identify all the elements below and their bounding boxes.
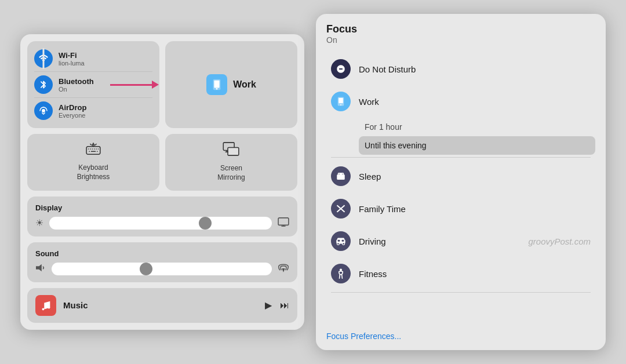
sound-slider-track[interactable]: [52, 263, 272, 275]
focus-work-icon: [331, 92, 351, 111]
music-controls: ▶ ⏭: [265, 300, 289, 311]
focus-until-evening[interactable]: Until this evening: [359, 136, 595, 155]
display-slider-track[interactable]: [49, 217, 272, 230]
sound-section: Sound: [27, 242, 297, 282]
work-tile[interactable]: Work: [165, 41, 297, 128]
dnd-icon: [331, 59, 351, 79]
airdrop-sub: Everyone: [59, 112, 86, 119]
wifi-sub: lion-luma: [59, 60, 85, 67]
bluetooth-sub: On: [59, 86, 94, 93]
keyboard-brightness-tile[interactable]: KeyboardBrightness: [27, 134, 159, 190]
screen-mirroring-tile[interactable]: ScreenMirroring: [165, 134, 297, 190]
display-slider-thumb[interactable]: [199, 217, 212, 230]
focus-status: On: [326, 35, 595, 45]
focus-family-item[interactable]: Family Time: [326, 192, 595, 225]
svg-rect-5: [86, 147, 100, 155]
sound-slider-thumb[interactable]: [140, 263, 152, 275]
svg-rect-41: [342, 240, 344, 242]
fitness-icon: [331, 264, 351, 283]
arrow-line: [110, 84, 152, 86]
display-section: Display ☀: [27, 196, 297, 236]
focus-work-item[interactable]: Work: [326, 85, 595, 118]
bluetooth-name: Bluetooth: [59, 77, 94, 86]
svg-rect-23: [278, 217, 289, 224]
dnd-name: Do Not Disturb: [359, 64, 416, 74]
svg-point-32: [339, 174, 340, 175]
svg-rect-40: [338, 240, 340, 242]
control-center-panel: Wi-Fi lion-luma Bluetooth On: [20, 34, 304, 329]
play-button[interactable]: ▶: [265, 300, 272, 311]
sleep-icon: [331, 166, 351, 186]
bluetooth-text: Bluetooth On: [59, 77, 94, 93]
airdrop-icon: [34, 101, 53, 120]
focus-work-section: Work For 1 hour Until this evening: [326, 85, 595, 155]
driving-icon: [331, 231, 351, 251]
work-label: Work: [233, 79, 256, 90]
wifi-text: Wi-Fi lion-luma: [59, 51, 85, 67]
monitor-icon: [278, 217, 289, 229]
focus-panel: Focus On Do Not Disturb Work For 1 hou: [316, 14, 606, 350]
sleep-name: Sleep: [359, 172, 381, 181]
driving-row: Driving groovyPost.com: [359, 236, 591, 246]
top-grid: Wi-Fi lion-luma Bluetooth On: [27, 41, 297, 128]
focus-divider-1: [331, 157, 591, 158]
svg-point-33: [342, 174, 343, 175]
focus-work-name: Work: [359, 97, 379, 107]
bottom-small-grid: KeyboardBrightness ScreenMirroring: [27, 134, 297, 190]
screen-mirroring-label: ScreenMirroring: [217, 164, 245, 182]
brightness-low-icon: ☀: [35, 217, 43, 228]
fitness-name: Fitness: [359, 269, 387, 279]
display-slider-row: ☀: [35, 217, 289, 230]
focus-for-1-hour[interactable]: For 1 hour: [359, 118, 595, 136]
airdrop-text: AirDrop Everyone: [59, 103, 86, 119]
airplay-icon: [278, 263, 289, 275]
arrow-head: [152, 81, 159, 89]
driving-name: Driving: [359, 236, 386, 246]
skip-forward-button[interactable]: ⏭: [280, 300, 289, 311]
wifi-name: Wi-Fi: [59, 51, 85, 60]
svg-rect-3: [214, 81, 220, 88]
keyboard-brightness-label: KeyboardBrightness: [77, 163, 110, 181]
svg-line-17: [90, 144, 92, 145]
music-label: Music: [63, 300, 258, 310]
svg-point-4: [216, 88, 218, 90]
wifi-item[interactable]: Wi-Fi lion-luma: [34, 46, 152, 71]
airdrop-name: AirDrop: [59, 103, 86, 112]
focus-header: Focus On: [326, 23, 595, 45]
focus-fitness-item[interactable]: Fitness: [326, 257, 595, 290]
svg-marker-26: [36, 264, 42, 271]
music-section: Music ▶ ⏭: [27, 288, 297, 323]
svg-rect-28: [339, 98, 343, 103]
focus-sleep-item[interactable]: Sleep: [326, 160, 595, 192]
svg-point-38: [337, 243, 339, 245]
family-icon: [331, 199, 351, 219]
groovy-watermark: groovyPost.com: [528, 236, 591, 246]
focus-driving-item[interactable]: Driving groovyPost.com: [326, 225, 595, 257]
keyboard-brightness-icon: [85, 143, 101, 159]
arrow-overlay: [110, 81, 159, 89]
svg-line-16: [95, 144, 96, 145]
bluetooth-icon: [34, 75, 53, 94]
svg-point-18: [92, 144, 94, 146]
sound-title: Sound: [35, 249, 289, 258]
display-title: Display: [35, 203, 289, 212]
focus-preferences-link[interactable]: Focus Preferences...: [326, 325, 595, 341]
sound-slider-row: [35, 263, 289, 275]
family-name: Family Time: [359, 204, 406, 214]
svg-rect-20: [228, 148, 239, 156]
screen-mirroring-icon: [223, 142, 240, 159]
airdrop-item[interactable]: AirDrop Everyone: [34, 97, 152, 123]
focus-work-sub-items: For 1 hour Until this evening: [326, 118, 595, 155]
svg-point-42: [340, 268, 342, 271]
svg-point-0: [43, 61, 44, 63]
svg-point-29: [340, 104, 341, 105]
focus-divider-2: [331, 292, 591, 293]
focus-dnd-item[interactable]: Do Not Disturb: [326, 53, 595, 85]
music-app-icon: [35, 295, 56, 316]
work-focus-icon: [206, 74, 227, 95]
svg-point-1: [42, 110, 45, 112]
svg-point-39: [343, 243, 345, 245]
focus-title: Focus: [326, 23, 595, 35]
volume-low-icon: [35, 263, 46, 275]
work-tile-wrapper: Work: [165, 41, 297, 128]
